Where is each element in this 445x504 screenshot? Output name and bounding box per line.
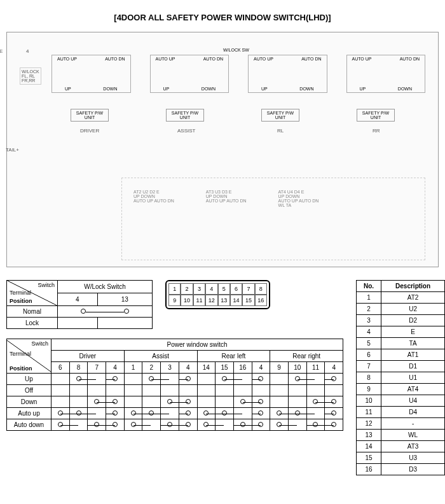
pw-row: Auto up — [7, 408, 343, 419]
wlock-sw-label: W/LOCK SW — [223, 48, 249, 52]
module-row: AUTO UP AUTO DN UP DOWN AUTO UP AUTO DN … — [51, 55, 425, 93]
diagram-title: [4DOOR ALL SAFETY POWER WINDOW SWITCH(LH… — [6, 13, 439, 22]
connector-pin: 9 — [168, 295, 181, 306]
pw-diag-header: Switch Terminal Position — [7, 339, 51, 374]
label-tail: TAIL+ — [6, 147, 19, 153]
pw-row: Auto down — [7, 419, 343, 431]
connector-pin: 10 — [181, 295, 193, 306]
desc-row: 2U2 — [357, 304, 445, 315]
pin-4: 4 — [26, 48, 29, 54]
module-driver: AUTO UP AUTO DN UP DOWN — [51, 55, 131, 93]
pw-row: Down — [7, 396, 343, 408]
schematic-diagram: E 4 TAIL+ W/LOCK FL, RL FR,RR AUTO UP AU… — [6, 32, 439, 267]
connector-pin: 11 — [193, 295, 205, 306]
unit-assist: SAFETY P/W UNIT — [166, 109, 204, 122]
connector-diagram: 12345678 910111213141516 — [165, 280, 270, 309]
unit-rl: SAFETY P/W UNIT — [261, 109, 299, 122]
desc-row: 13WL — [357, 430, 445, 441]
name-driver: DRIVER — [80, 128, 99, 134]
name-rl: RL — [277, 128, 284, 134]
desc-row: 9AT4 — [357, 384, 445, 395]
desc-row: 14AT3 — [357, 441, 445, 452]
module-rl: AUTO UP AUTO DN UP DOWN W/LOCK SW — [248, 55, 327, 93]
name-rr: RR — [373, 128, 380, 134]
desc-row: 15U3 — [357, 452, 445, 464]
pw-row: Up — [7, 374, 343, 385]
desc-row: 16D3 — [357, 464, 445, 475]
desc-row: 4E — [357, 326, 445, 338]
description-table: No.Description 1AT22U23D24E5TA6AT17D18U1… — [356, 280, 445, 475]
desc-row: 1AT2 — [357, 292, 445, 304]
wlock-box: W/LOCK FL, RL FR,RR — [20, 67, 41, 85]
connector-pin: 5 — [218, 283, 230, 295]
desc-row: 8U1 — [357, 372, 445, 384]
connector-pin: 3 — [193, 283, 205, 295]
connector-pin: 8 — [255, 283, 267, 295]
desc-row: 6AT1 — [357, 349, 445, 361]
connector-pin: 2 — [181, 283, 193, 295]
lower-modules: AT2 U2 D2 EUP DOWNAUTO UP AUTO DN AT3 U3… — [121, 178, 425, 260]
label-e: E — [0, 48, 3, 54]
power-window-table: Switch Terminal Position Power window sw… — [6, 339, 343, 431]
tables-section: Switch Terminal Position W/Lock Switch 4… — [6, 280, 439, 475]
module-rr: AUTO UP AUTO DN UP DOWN — [346, 55, 426, 93]
pw-row: Off — [7, 385, 343, 396]
connector-pin: 4 — [205, 283, 217, 295]
wlock-switch-table: Switch Terminal Position W/Lock Switch 4… — [6, 280, 153, 329]
connector-pin: 14 — [230, 295, 242, 306]
connector-pin: 7 — [242, 283, 254, 295]
desc-row: 5TA — [357, 338, 445, 349]
row-normal: Nomal — [7, 306, 58, 318]
connector-pin: 16 — [255, 295, 267, 306]
unit-driver: SAFETY P/W UNIT — [71, 109, 109, 122]
module-assist: AUTO UP AUTO DN UP DOWN — [150, 55, 229, 93]
connector-pin: 6 — [230, 283, 242, 295]
desc-row: 12- — [357, 418, 445, 430]
connector-pin: 15 — [242, 295, 254, 306]
connector-pin: 13 — [218, 295, 230, 306]
desc-row: 11D4 — [357, 407, 445, 418]
row-lock: Lock — [7, 318, 58, 329]
desc-row: 3D2 — [357, 315, 445, 326]
unit-rr: SAFETY P/W UNIT — [357, 109, 395, 122]
desc-row: 10U4 — [357, 395, 445, 407]
lower-mod-1: AT2 U2 D2 EUP DOWNAUTO UP AUTO DN — [134, 190, 174, 207]
name-assist: ASSIST — [177, 128, 195, 134]
lower-mod-3: AT4 U4 D4 EUP DOWNAUTO UP AUTO DNWL TA — [278, 190, 319, 207]
lower-mod-2: AT3 U3 D3 EUP DOWNAUTO UP AUTO DN — [206, 190, 247, 207]
connector-pin: 1 — [168, 283, 181, 295]
desc-row: 7D1 — [357, 361, 445, 372]
wlock-diag-header: Switch Terminal Position — [7, 281, 58, 306]
connector-pin: 12 — [205, 295, 217, 306]
